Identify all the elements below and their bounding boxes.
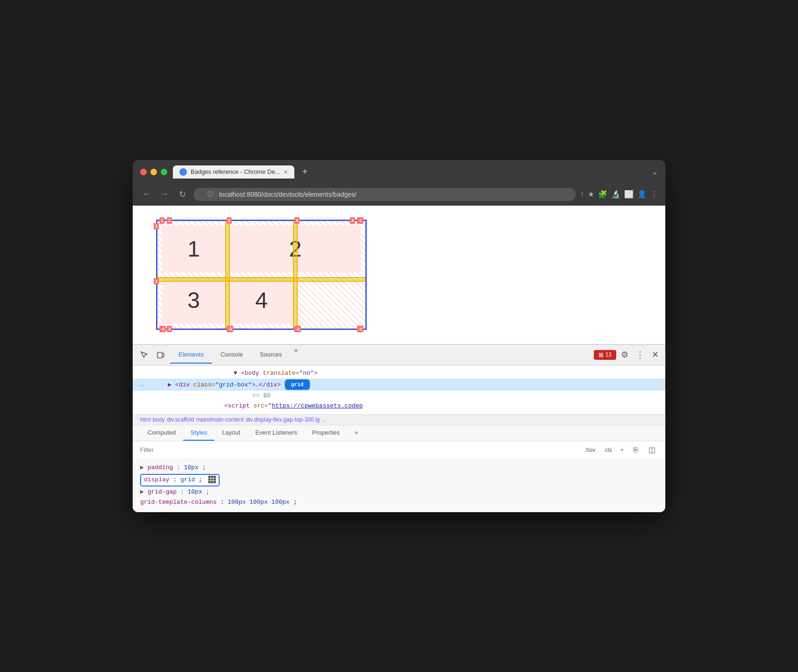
yellow-hline <box>157 277 365 282</box>
display-grid-highlight: display : grid ; <box>140 474 220 486</box>
filter-actions: :hov .cls + ⎘ ◫ <box>582 444 658 456</box>
breadcrumb-main[interactable]: main#main-content <box>196 416 244 423</box>
grid-cell-4-label: 4 <box>255 287 268 313</box>
lock-icon: ⓘ <box>207 190 214 199</box>
dom-row-body: ▼ <body translate="no"> <box>133 368 665 379</box>
tab-event-listeners[interactable]: Event Listeners <box>248 425 305 441</box>
script-link[interactable]: https://cpwebassets.codep <box>271 402 363 409</box>
tab-overflow-button[interactable]: ⌄ <box>652 167 658 176</box>
badge-top-neg1: -1 <box>357 217 363 224</box>
title-bar: Badges reference - Chrome De... × + ⌄ <box>133 160 665 184</box>
layout-button[interactable]: ◫ <box>646 444 658 456</box>
window-controls <box>140 169 167 175</box>
grid-cell-1-label: 1 <box>187 236 200 262</box>
error-icon: ⊠ <box>598 351 604 358</box>
breadcrumb-div-scaffold[interactable]: div.scaffold <box>167 416 194 423</box>
css-grid-gap-row: ▶ grid-gap : 10px ; <box>140 487 658 497</box>
settings-button[interactable]: ⚙ <box>618 347 631 363</box>
dom-area: ▼ <body translate="no"> … ▶ <div class="… <box>133 365 665 415</box>
grid-container: 1 2 3 4 <box>156 220 367 330</box>
devtools-tabs-more[interactable]: » <box>291 346 302 364</box>
tab-styles[interactable]: Styles <box>183 425 214 441</box>
body-tag: ▼ <body translate="no"> <box>140 370 317 377</box>
device-icon[interactable] <box>153 347 168 362</box>
profile-icon[interactable]: 👤 <box>637 190 647 199</box>
address-bar: ← → ↻ ⓘ localhost:8080/docs/devtools/ele… <box>133 184 665 206</box>
tab-computed[interactable]: Computed <box>140 425 183 441</box>
dom-row-div[interactable]: … ▶ <div class="grid-box">…</div> grid <box>133 379 665 391</box>
active-tab[interactable]: Badges reference - Chrome De... × <box>173 165 294 179</box>
share-icon[interactable]: ↑ <box>580 190 584 199</box>
tab-styles-more[interactable]: » <box>347 425 365 441</box>
back-button[interactable]: ← <box>140 189 153 199</box>
tab-title: Badges reference - Chrome De... <box>191 168 280 175</box>
split-icon[interactable]: ⬜ <box>624 190 634 199</box>
grid-display-icon[interactable] <box>208 476 216 483</box>
more-button[interactable]: ⋮ <box>633 347 647 363</box>
grid-badge-element[interactable]: grid <box>285 380 309 389</box>
error-count: 13 <box>606 351 612 358</box>
badge-left-1: 1 <box>154 223 159 229</box>
breadcrumb-div-flex[interactable]: div.display-flex.gap-top-300.lg <box>246 416 320 423</box>
badge-bot-neg3: -3 <box>227 326 233 332</box>
badge-bot-neg4: -4 <box>159 326 166 332</box>
hov-button[interactable]: :hov <box>582 445 598 455</box>
tab-sources[interactable]: Sources <box>251 346 291 364</box>
grid-viz: 1 2 3 4 <box>157 221 365 329</box>
close-button[interactable] <box>140 169 147 175</box>
padding-triangle[interactable]: ▶ <box>140 464 148 471</box>
error-badge: ⊠ 13 <box>594 350 616 360</box>
bookmark-icon[interactable]: ★ <box>588 190 594 199</box>
grid-cell-1: 1 <box>162 226 225 272</box>
grid-gap-triangle[interactable]: ▶ <box>140 488 148 495</box>
svg-rect-1 <box>162 353 164 357</box>
webpage-area: 1 2 3 4 <box>133 206 665 344</box>
breadcrumb-body[interactable]: body <box>153 416 165 423</box>
refresh-button[interactable]: ↻ <box>176 189 189 200</box>
forward-button[interactable]: → <box>158 189 171 199</box>
devtools-toolbar: Elements Console Sources » ⊠ 13 ⚙ ⋮ ✕ <box>133 345 665 365</box>
grid-visualization-wrapper: 1 2 3 4 <box>156 220 367 330</box>
badge-left-2: 2 <box>154 278 159 285</box>
badge-top-1b: 1 <box>167 217 172 224</box>
css-display-row: display : grid ; <box>140 474 658 486</box>
url-text: localhost:8080/docs/devtools/elements/ba… <box>219 191 356 198</box>
svg-rect-0 <box>157 352 162 358</box>
minimize-button[interactable] <box>150 169 157 175</box>
yellow-vline2 <box>293 221 298 329</box>
tab-layout[interactable]: Layout <box>214 425 248 441</box>
dom-dots: … <box>140 381 143 388</box>
tab-console[interactable]: Console <box>212 346 251 364</box>
styles-tabs: Computed Styles Layout Event Listeners P… <box>133 425 665 441</box>
close-devtools-button[interactable]: ✕ <box>649 347 662 363</box>
maximize-button[interactable] <box>161 169 167 175</box>
badge-bot-3: 3 <box>167 326 172 332</box>
cls-button[interactable]: .cls <box>601 445 614 455</box>
new-tab-button[interactable]: + <box>298 165 312 179</box>
badge-top-2: 2 <box>227 217 232 224</box>
address-input[interactable]: ⓘ localhost:8080/docs/devtools/elements/… <box>193 188 576 201</box>
menu-icon[interactable]: ⋮ <box>650 190 658 199</box>
yellow-vline1 <box>225 221 230 329</box>
tab-favicon <box>179 168 187 176</box>
breadcrumb-more[interactable]: ... <box>321 416 326 423</box>
extension-icon[interactable]: 🧩 <box>598 190 607 199</box>
dom-row-script: <script src="https://cpwebassets.codep <box>133 401 665 411</box>
tab-properties[interactable]: Properties <box>305 425 347 441</box>
tab-close-icon[interactable]: × <box>284 168 287 176</box>
css-padding-row: ▶ padding : 10px ; <box>140 463 658 473</box>
devtools-tabs: Elements Console Sources » <box>170 346 592 364</box>
inspector-icon[interactable] <box>136 347 151 362</box>
flask-icon[interactable]: 🔬 <box>611 190 620 199</box>
copy-style-button[interactable]: ⎘ <box>630 444 642 456</box>
badge-bot-neg2: -2 <box>294 326 301 332</box>
badge-top-4: 4 <box>350 217 355 224</box>
grid-cell-3-label: 3 <box>187 287 200 313</box>
tab-elements[interactable]: Elements <box>170 346 212 364</box>
filter-input[interactable] <box>140 446 578 453</box>
breadcrumb-bar: html body div.scaffold main#main-content… <box>133 415 665 425</box>
browser-content: 1 2 3 4 <box>133 206 665 512</box>
add-style-button[interactable]: + <box>618 445 626 455</box>
address-actions: ↑ ★ 🧩 🔬 ⬜ 👤 ⋮ <box>580 190 658 199</box>
breadcrumb-html[interactable]: html <box>140 416 151 423</box>
